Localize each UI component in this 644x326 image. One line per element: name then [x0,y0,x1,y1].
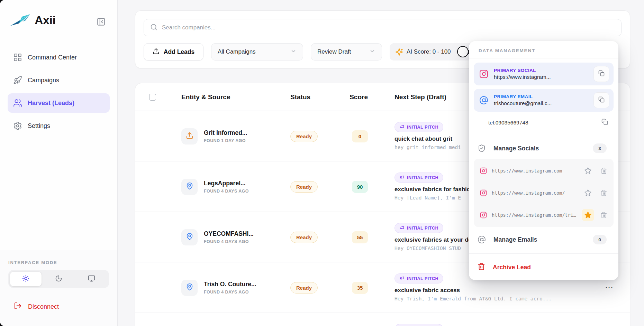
primary-email-value: trishocouture@gmail.c... [494,100,588,106]
star-icon[interactable] [582,187,594,199]
ai-score-filter: AI Score: 0 - 100 [390,43,479,60]
status-badge: Ready [290,282,318,294]
primary-social-card[interactable]: PRIMARY SOCIAL https://www.instagram... [474,63,614,85]
sidebar-item-campaigns[interactable]: Campaigns [8,71,110,90]
entity-found: FOUND 4 DAYS AGO [204,239,254,244]
chevron-down-icon [369,48,375,56]
app-logo: Axii [10,12,55,28]
menu-title: DATA MANAGEMENT [469,48,618,53]
search-icon [150,24,157,32]
upload-icon [153,48,160,56]
search-input[interactable] [162,24,615,31]
instagram-icon [480,189,487,196]
moon-icon [55,275,62,283]
campaign-filter-value: All Campaigns [218,48,256,55]
column-header-next-step: Next Step (Draft) [394,83,446,111]
social-list-item[interactable]: https://www.instagram.com/ [474,182,614,204]
score-cell: 35 [340,262,368,313]
instagram-icon [480,212,487,218]
trash-icon[interactable] [600,167,607,174]
sidebar-item-harvest-leads[interactable]: Harvest (Leads) [8,93,110,113]
archive-lead-label: Archive Lead [493,264,531,271]
social-url: https://www.instagram.com/tri… [492,212,577,218]
sidebar-item-settings[interactable]: Settings [8,116,110,136]
slider-thumb[interactable] [457,46,469,57]
trash-icon[interactable] [600,189,607,196]
campaign-filter-select[interactable]: All Campaigns [211,43,303,60]
entity-name: Grit Informed... [204,129,247,137]
interface-mode-toggle [8,270,109,288]
sidebar-item-label: Campaigns [28,77,59,84]
gear-icon [13,121,22,130]
search-box [144,19,622,36]
pitch-tag: INITIAL PITCH [394,324,443,326]
entity-name: Trish O. Couture... [204,281,256,288]
copy-icon [598,96,605,104]
app-window: Axii Command Center Campaigns [0,0,644,326]
table-row[interactable]: INITIAL PITCH [135,313,630,326]
star-filled-icon[interactable] [582,209,594,221]
system-mode-button[interactable] [76,272,107,286]
divider [469,253,618,254]
grid-icon [13,53,22,62]
sidebar: Axii Command Center Campaigns [0,0,118,326]
map-pin-icon [186,182,193,191]
interface-mode-label: INTERFACE MODE [8,260,109,265]
copy-phone-button[interactable] [601,119,608,127]
primary-email-card[interactable]: PRIMARY EMAIL trishocouture@gmail.c... [474,89,614,112]
emails-count-badge: 0 [593,235,607,244]
manage-socials-label: Manage Socials [493,145,585,152]
status-badge: Ready [290,181,318,193]
entity-cell: Grit Informed... FOUND 1 DAY AGO [181,111,247,161]
trash-icon[interactable] [600,212,607,218]
manage-socials-item[interactable]: Manage Socials 3 [469,139,618,157]
column-header-score: Score [340,83,368,111]
social-list-item[interactable]: https://www.instagram.com [474,160,614,182]
megaphone-icon [399,276,404,281]
draft-preview: Hey Trish, I'm Emerald from AT&G Ltd. I … [394,296,616,301]
entity-name: OYECOMFASHI... [204,230,254,237]
source-avatar [181,179,198,195]
disconnect-button[interactable]: Disconnect [8,302,109,311]
megaphone-icon [399,175,404,180]
phone-row: tel:09035669748 [469,115,618,130]
sidebar-collapse-icon[interactable] [97,17,106,26]
status-badge: Ready [290,131,318,142]
megaphone-icon [399,124,404,130]
pitch-tag: INITIAL PITCH [394,223,443,233]
app-title: Axii [35,13,55,27]
ai-score-label: AI Score: 0 - 100 [407,48,451,55]
sidebar-item-command-center[interactable]: Command Center [8,48,110,67]
status-badge: Ready [290,232,318,243]
primary-email-label: PRIMARY EMAIL [494,94,588,99]
copy-social-button[interactable] [593,66,609,82]
add-leads-button[interactable]: Add Leads [144,43,203,60]
data-management-menu: DATA MANAGEMENT PRIMARY SOCIAL https://w… [469,41,618,280]
archive-lead-item[interactable]: Archive Lead [469,258,618,274]
draft-filter-select[interactable]: Review Draft [311,43,382,60]
pitch-tag: INITIAL PITCH [394,273,443,283]
status-cell: Ready [290,212,318,262]
manage-emails-item[interactable]: Manage Emails 0 [469,231,618,249]
entity-cell: LegsApparel... FOUND 4 DAYS AGO [181,161,249,212]
chevron-down-icon [290,48,297,56]
at-sign-icon [478,235,486,244]
social-url: https://www.instagram.com/ [492,190,577,196]
source-avatar [181,128,198,145]
source-avatar [181,229,198,245]
megaphone-icon [399,225,404,231]
dark-mode-button[interactable] [43,272,74,286]
sidebar-nav: Command Center Campaigns Harvest (Leads)… [8,48,110,136]
logout-icon [14,302,22,311]
social-url: https://www.instagram.com [492,168,577,174]
copy-email-button[interactable] [593,92,609,108]
light-mode-button[interactable] [10,272,42,286]
entity-name: LegsApparel... [204,180,249,187]
star-icon[interactable] [582,165,594,177]
entity-cell: Trish O. Couture... FOUND 4 DAYS AGO [181,262,256,313]
social-list-item[interactable]: https://www.instagram.com/tri… [474,204,614,226]
instagram-icon [479,69,488,78]
select-all-checkbox[interactable] [149,94,156,101]
socials-count-badge: 3 [593,143,607,153]
socials-list: https://www.instagram.com https://www.in… [474,159,614,227]
